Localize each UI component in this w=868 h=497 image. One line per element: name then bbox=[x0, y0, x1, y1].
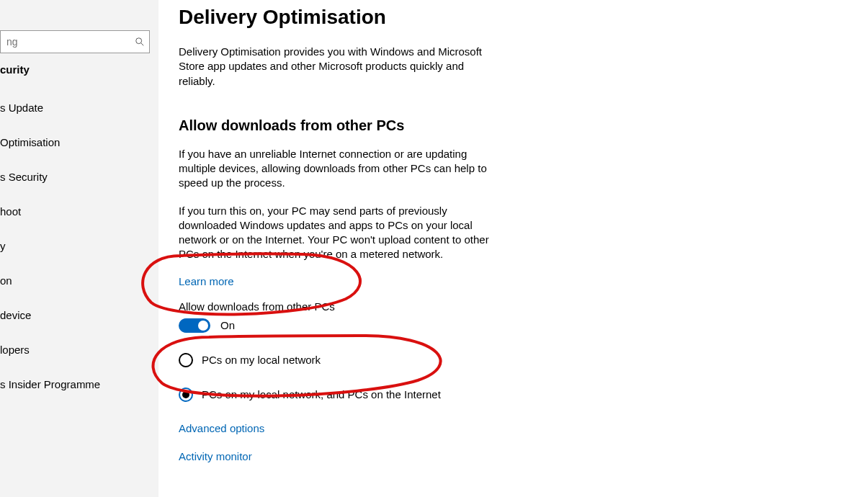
learn-more-link[interactable]: Learn more bbox=[179, 275, 234, 287]
sidebar-item-label: s Security bbox=[0, 171, 48, 183]
svg-point-0 bbox=[136, 38, 142, 44]
sidebar-item-label: s Insider Programme bbox=[0, 378, 100, 390]
allow-downloads-toggle[interactable] bbox=[179, 318, 210, 333]
sidebar: curity s Update Optimisation s Security … bbox=[0, 0, 158, 497]
sidebar-item-label: lopers bbox=[0, 344, 30, 356]
sidebar-item-recovery[interactable]: y bbox=[0, 228, 158, 263]
search-icon bbox=[135, 37, 145, 47]
radio-icon bbox=[179, 388, 193, 402]
page-title: Delivery Optimisation bbox=[179, 6, 868, 29]
radio-local-and-internet[interactable]: PCs on my local network, and PCs on the … bbox=[179, 388, 868, 402]
toggle-state-label: On bbox=[220, 319, 235, 331]
toggle-caption: Allow downloads from other PCs bbox=[179, 300, 868, 313]
search-input-wrapper[interactable] bbox=[0, 30, 150, 53]
section-paragraph-1: If you have an unreliable Internet conne… bbox=[179, 147, 496, 191]
sidebar-heading: curity bbox=[0, 63, 158, 76]
section-paragraph-2: If you turn this on, your PC may send pa… bbox=[179, 204, 496, 262]
search-input[interactable] bbox=[5, 35, 135, 48]
radio-label: PCs on my local network bbox=[202, 354, 321, 366]
sidebar-item-windows-update[interactable]: s Update bbox=[0, 90, 158, 125]
advanced-options-link[interactable]: Advanced options bbox=[179, 422, 868, 434]
sidebar-item-activation[interactable]: on bbox=[0, 263, 158, 297]
sidebar-item-troubleshoot[interactable]: hoot bbox=[0, 194, 158, 228]
sidebar-item-delivery-optimisation[interactable]: Optimisation bbox=[0, 125, 158, 159]
sidebar-item-label: hoot bbox=[0, 205, 21, 218]
radio-icon bbox=[179, 353, 193, 367]
sidebar-item-label: Optimisation bbox=[0, 136, 60, 148]
content-area: Delivery Optimisation Delivery Optimisat… bbox=[158, 0, 868, 497]
svg-line-1 bbox=[141, 43, 144, 46]
sidebar-item-label: on bbox=[0, 274, 12, 287]
sidebar-item-label: y bbox=[0, 240, 6, 252]
toggle-thumb bbox=[198, 321, 208, 331]
section-heading: Allow downloads from other PCs bbox=[179, 117, 868, 134]
radio-local-network[interactable]: PCs on my local network bbox=[179, 353, 868, 367]
radio-label: PCs on my local network, and PCs on the … bbox=[202, 388, 441, 400]
sidebar-item-find-my-device[interactable]: device bbox=[0, 297, 158, 332]
intro-text: Delivery Optimisation provides you with … bbox=[179, 45, 496, 89]
activity-monitor-link[interactable]: Activity monitor bbox=[179, 450, 868, 462]
sidebar-item-label: s Update bbox=[0, 102, 43, 114]
sidebar-item-insider-programme[interactable]: s Insider Programme bbox=[0, 367, 158, 401]
sidebar-item-windows-security[interactable]: s Security bbox=[0, 159, 158, 194]
sidebar-item-label: device bbox=[0, 309, 31, 321]
sidebar-item-for-developers[interactable]: lopers bbox=[0, 332, 158, 367]
